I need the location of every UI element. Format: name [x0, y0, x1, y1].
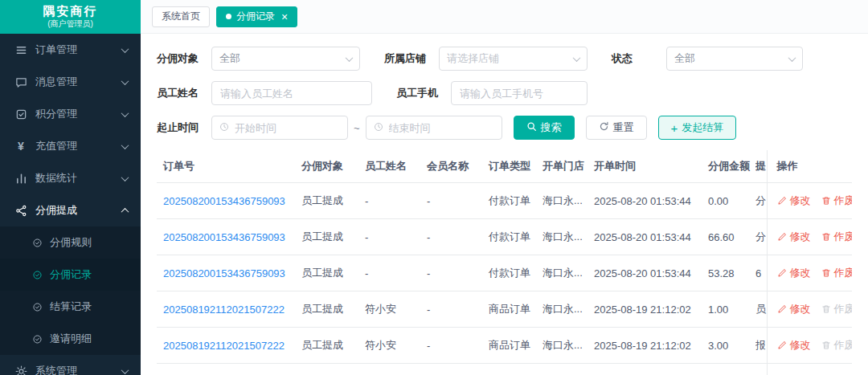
active-tab-dot-icon [226, 14, 231, 19]
table-cell: - [358, 183, 420, 219]
filter-label: 起止时间 [157, 120, 202, 135]
edit-label: 修改 [790, 266, 811, 280]
reset-button[interactable]: 重置 [586, 116, 647, 140]
cell-employee-name: - [365, 195, 368, 207]
sidebar-item-points[interactable]: 积分管理 [0, 98, 141, 130]
table-cell: 202508200153436759093 [157, 219, 295, 255]
edit-button[interactable]: 修改 [777, 338, 811, 353]
cell-order-type: 商品订单 [489, 339, 530, 351]
table-cell: 付款订单 [482, 219, 536, 255]
sidebar-subitem-settlement-records[interactable]: 结算记录 [0, 291, 141, 323]
cell-commission-amount: 3.00 [708, 340, 728, 352]
sidebar-item-system[interactable]: 系统管理 [0, 355, 141, 375]
table-cell: 202508200153436759093 [157, 255, 295, 291]
void-label: 作废 [834, 230, 853, 244]
circle-check-icon [32, 334, 43, 344]
void-button: 作废 [821, 338, 853, 353]
app-root: 隅安商行 (商户管理员) 订单管理 消息管理 [0, 0, 868, 375]
cell-store: 海口永... [542, 230, 583, 243]
order-number-link[interactable]: 202508200153436759093 [163, 195, 285, 207]
table-cell: 符小安 [358, 291, 420, 328]
chevron-down-icon [788, 54, 796, 62]
table-cell: 员工提成 [295, 219, 358, 255]
filter-label: 员工姓名 [157, 86, 202, 100]
sidebar-item-commission[interactable]: 分佣提成 [0, 194, 141, 226]
tab-commission-records[interactable]: 分佣记录 × [216, 6, 297, 27]
sidebar-item-orders[interactable]: 订单管理 [0, 34, 141, 66]
employee-name-input[interactable] [220, 88, 363, 100]
end-time-field[interactable] [366, 116, 502, 140]
column-header: 分佣对象 [295, 150, 358, 183]
cell-employee-name: 符小安 [365, 303, 396, 315]
table-cell: - [358, 219, 420, 255]
edit-button[interactable]: 修改 [777, 230, 811, 244]
table-cell: 符小安 [358, 364, 420, 375]
order-number-link[interactable]: 202508192112021507222 [163, 304, 285, 316]
filter-label: 员工手机 [396, 86, 441, 100]
table-cell: 6 [755, 255, 767, 291]
cell-order-time: 2025-08-20 01:53:44 [594, 231, 691, 243]
sidebar: 隅安商行 (商户管理员) 订单管理 消息管理 [0, 0, 141, 375]
brand-title: 隅安商行 [0, 4, 141, 18]
bar-chart-icon [14, 172, 27, 185]
sidebar-subitem-commission-records[interactable]: 分佣记录 [0, 259, 141, 291]
table-cell: - [420, 183, 482, 219]
end-time-input[interactable] [389, 122, 494, 134]
store-select[interactable]: 请选择店铺 [439, 47, 588, 71]
start-settlement-button[interactable]: + 发起结算 [658, 116, 737, 140]
sidebar-subitem-commission-rules[interactable]: 分佣规则 [0, 226, 141, 259]
void-button[interactable]: 作废 [821, 230, 853, 244]
edit-button[interactable]: 修改 [777, 302, 811, 316]
table-cell: 员工提成 [295, 364, 358, 375]
order-number-link[interactable]: 202508200153436759093 [163, 267, 285, 279]
filter-label: 所属店铺 [384, 51, 429, 66]
cell-commission-target: 员工提成 [301, 267, 343, 279]
table-cell: 分 [755, 219, 767, 255]
cell-store: 海口永... [542, 267, 583, 279]
edit-button[interactable]: 修改 [777, 266, 811, 280]
table-cell: 付款订单 [482, 183, 536, 219]
filter-row-3: 起止时间 ~ [157, 116, 852, 140]
table-cell: 海口永... [536, 291, 588, 328]
search-button[interactable]: 搜索 [514, 116, 575, 140]
order-number-link[interactable]: 202508200153436759093 [163, 231, 285, 243]
column-header: 分佣金额 [702, 150, 755, 183]
edit-label: 修改 [790, 302, 811, 316]
start-time-field[interactable] [211, 116, 348, 140]
status-select[interactable]: 全部 [666, 47, 803, 71]
void-label: 作废 [834, 194, 853, 208]
cell-commission-amount: 0.00 [708, 195, 728, 207]
yen-icon: ¥ [14, 140, 27, 153]
table-row: 202508200153436759093员工提成--付款订单海口永...202… [157, 255, 852, 291]
sidebar-subitem-invite-details[interactable]: 邀请明细 [0, 323, 141, 355]
cell-order-time: 2025-08-19 21:12:02 [594, 304, 691, 316]
sidebar-item-label: 消息管理 [35, 75, 122, 89]
share-icon [14, 204, 27, 217]
void-button[interactable]: 作废 [821, 266, 853, 280]
sidebar-menu: 订单管理 消息管理 积分管理 ¥ 充值管理 [0, 34, 141, 375]
table-cell: 202508192112021507222 [157, 328, 295, 364]
cell-order-type: 付款订单 [489, 267, 530, 279]
sidebar-item-messages[interactable]: 消息管理 [0, 66, 141, 98]
table-cell: 2025-08-19 21:12:02 [588, 328, 702, 364]
void-button[interactable]: 作废 [821, 194, 853, 208]
tab-home[interactable]: 系统首页 [152, 6, 210, 27]
sidebar-item-statistics[interactable]: 数据统计 [0, 162, 141, 194]
table-cell: 2025-08-20 01:53:44 [588, 255, 702, 291]
cell-actions: 修改作废 [767, 183, 852, 219]
select-value: 全部 [674, 51, 695, 66]
table-cell: 53.28 [702, 255, 755, 291]
start-time-input[interactable] [235, 122, 340, 134]
employee-phone-input[interactable] [460, 88, 579, 100]
sidebar-item-recharge[interactable]: ¥ 充值管理 [0, 130, 141, 162]
cell-member-name: - [427, 304, 430, 316]
edit-button[interactable]: 修改 [777, 194, 811, 208]
cell-member-name: - [427, 340, 430, 352]
table-cell: 商品订单 [482, 291, 536, 328]
close-tab-icon[interactable]: × [281, 11, 288, 22]
order-number-link[interactable]: 202508192112021507222 [163, 340, 285, 352]
refresh-icon [599, 121, 609, 134]
column-header: 开单时间 [588, 150, 702, 183]
filter-store: 所属店铺 请选择店铺 [384, 47, 588, 71]
commission-target-select[interactable]: 全部 [211, 47, 360, 71]
